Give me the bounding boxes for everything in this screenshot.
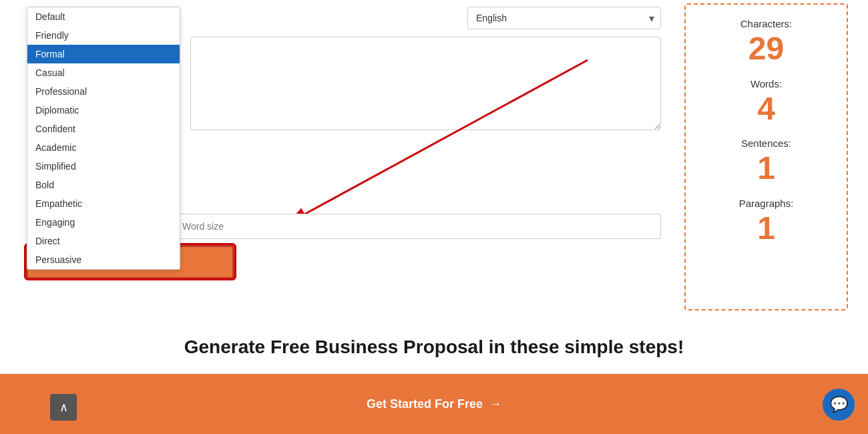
characters-stat: Characters: 29 [699,18,833,68]
stats-panel: Characters: 29 Words: 4 Sentences: 1 Par… [684,3,848,310]
textarea-container [190,37,661,133]
words-value: 4 [699,89,833,128]
dropdown-item-default[interactable]: Default [27,7,180,26]
sentences-value: 1 [699,149,833,188]
dropdown-item-casual[interactable]: Casual [27,63,180,82]
dropdown-item-diplomatic[interactable]: Diplomatic [27,101,180,120]
language-select-wrapper: English Spanish French German [467,7,661,29]
dropdown-item-bold[interactable]: Bold [27,176,180,194]
footer-bar: Get Started For Free → ∧ 💬 [0,374,868,434]
scroll-up-button[interactable]: ∧ [50,394,77,421]
language-select[interactable]: English Spanish French German [467,7,661,29]
dropdown-item-simplified[interactable]: Simplified [27,157,180,176]
tone-dropdown[interactable]: Default Friendly Formal Casual Professio… [27,7,180,270]
dropdown-item-formal[interactable]: Formal [27,45,180,63]
footer-cta-arrow: → [489,397,501,411]
sentences-stat: Sentences: 1 [699,138,833,188]
characters-label: Characters: [699,18,833,29]
page-heading: Generate Free Business Proposal in these… [184,337,684,358]
dropdown-list[interactable]: Default Friendly Formal Casual Professio… [27,7,180,270]
chat-button[interactable]: 💬 [823,389,855,421]
heading-section: Generate Free Business Proposal in these… [0,320,868,374]
footer-cta-text: Get Started For Free [367,397,483,411]
characters-value: 29 [699,29,833,68]
dropdown-item-confident[interactable]: Confident [27,120,180,138]
paragraphs-value: 1 [699,209,833,248]
words-stat: Words: 4 [699,78,833,128]
sentences-label: Sentences: [699,138,833,149]
dropdown-item-friendly[interactable]: Friendly [27,26,180,45]
main-textarea[interactable] [190,37,661,130]
dropdown-item-empathetic[interactable]: Empathetic [27,194,180,213]
paragraphs-label: Paragraphs: [699,198,833,209]
language-select-container: English Spanish French German [467,7,661,29]
main-area: Default Friendly Formal Casual Professio… [0,0,868,320]
dropdown-item-academic[interactable]: Academic [27,138,180,157]
chevron-up-icon: ∧ [59,400,68,415]
words-label: Words: [699,78,833,89]
dropdown-item-persuasive[interactable]: Persuasive [27,250,180,269]
dropdown-item-professional[interactable]: Professional [27,82,180,101]
dropdown-item-direct[interactable]: Direct [27,232,180,250]
dropdown-item-engaging[interactable]: Engaging [27,213,180,232]
word-size-input[interactable] [174,214,661,239]
paragraphs-stat: Paragraphs: 1 [699,198,833,248]
chat-icon: 💬 [830,396,848,413]
